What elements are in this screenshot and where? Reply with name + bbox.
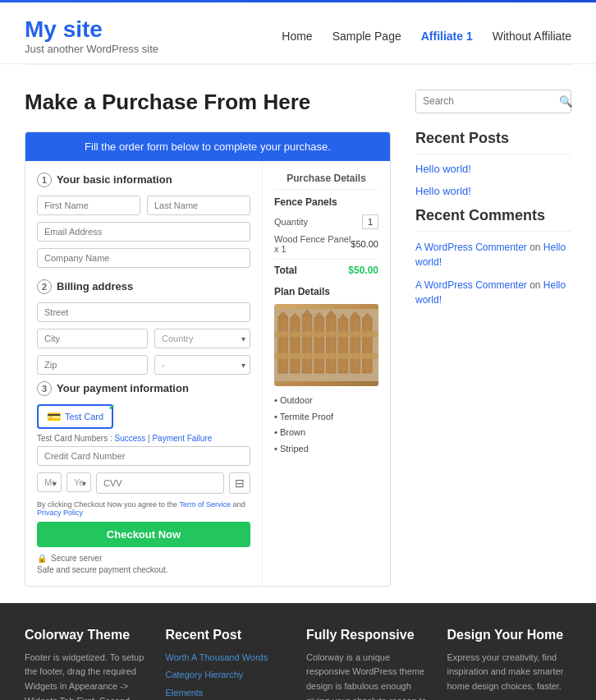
city-country-row: Country bbox=[37, 329, 250, 348]
test-card-info: Test Card Numbers : Success | Payment Fa… bbox=[37, 434, 250, 443]
item-price-row: Wood Fence Panel x 1 $50.00 bbox=[274, 234, 378, 254]
zip-extra-wrapper: - bbox=[154, 355, 250, 375]
svg-rect-1 bbox=[278, 317, 288, 373]
country-wrapper: Country bbox=[154, 329, 250, 348]
street-input[interactable] bbox=[37, 302, 250, 322]
nav-without-affiliate[interactable]: Without Affiliate bbox=[493, 30, 571, 43]
comment-on-1: on bbox=[530, 242, 543, 253]
section2-num: 2 bbox=[37, 279, 52, 294]
feature-1: Outdoor bbox=[274, 393, 378, 409]
fence-image bbox=[274, 304, 378, 386]
total-row: Total $50.00 bbox=[274, 259, 378, 276]
zip-row: - bbox=[37, 355, 250, 375]
plan-title: Plan Details bbox=[274, 286, 378, 297]
card-visual-icon: ⊟ bbox=[229, 472, 250, 494]
search-input[interactable] bbox=[416, 90, 552, 113]
cvv-input[interactable] bbox=[96, 472, 224, 494]
total-price: $50.00 bbox=[348, 265, 378, 276]
footer-col4-title: Design Your Home bbox=[447, 628, 572, 642]
svg-rect-5 bbox=[302, 315, 312, 373]
nav-sample-page[interactable]: Sample Page bbox=[332, 30, 401, 43]
city-input[interactable] bbox=[37, 329, 148, 348]
comment-1: A WordPress Commenter on Hello world! bbox=[415, 240, 571, 269]
section1-label: Your basic information bbox=[57, 173, 172, 186]
content-area: Make a Purchase From Here Fill the order… bbox=[25, 90, 391, 587]
comment-on-2: on bbox=[530, 279, 543, 291]
footer-post-3: Elements bbox=[166, 686, 291, 700]
success-link[interactable]: Success bbox=[114, 434, 145, 443]
footer-col2-title: Recent Post bbox=[166, 628, 291, 642]
comment-2: A WordPress Commenter on Hello world! bbox=[415, 278, 571, 307]
country-select[interactable]: Country bbox=[154, 329, 250, 348]
header: My site Just another WordPress site Home… bbox=[0, 2, 596, 64]
failure-link[interactable]: Payment Failure bbox=[152, 434, 212, 443]
comment-author-1[interactable]: A WordPress Commenter bbox=[415, 242, 527, 253]
quantity-row: Quantity 1 bbox=[274, 214, 378, 229]
footer-col3-title: Fully Responsive bbox=[306, 628, 431, 642]
comment-author-2[interactable]: A WordPress Commenter bbox=[415, 279, 527, 291]
privacy-link[interactable]: Privacy Policy bbox=[37, 509, 83, 517]
last-name-input[interactable] bbox=[147, 196, 250, 215]
site-title: My site bbox=[25, 17, 158, 43]
email-input[interactable] bbox=[37, 222, 250, 242]
post-link-1[interactable]: Hello world! bbox=[415, 163, 571, 175]
footer-col-2: Recent Post Worth A Thousand Words Categ… bbox=[166, 628, 291, 700]
card-icon: 💳 bbox=[47, 410, 61, 423]
cc-number-input[interactable] bbox=[37, 446, 250, 466]
lock-icon: 🔒 bbox=[37, 554, 47, 563]
footer-col-4: Design Your Home Express your creativity… bbox=[447, 628, 572, 700]
form-body: 1 Your basic information 2 Billing addre… bbox=[25, 161, 390, 586]
footer-col4-text: Express your creativity, find inspiratio… bbox=[447, 651, 572, 694]
year-wrapper: Year bbox=[66, 472, 91, 494]
site-branding: My site Just another WordPress site bbox=[25, 17, 158, 55]
site-tagline: Just another WordPress site bbox=[25, 43, 158, 55]
search-box: 🔍 bbox=[415, 90, 571, 113]
test-card-button[interactable]: 💳 Test Card ✔ bbox=[37, 404, 113, 429]
total-label: Total bbox=[274, 265, 297, 276]
section1-num: 1 bbox=[37, 173, 52, 187]
checkout-button[interactable]: Checkout Now bbox=[37, 522, 250, 547]
main-nav: Home Sample Page Affiliate 1 Without Aff… bbox=[282, 30, 571, 43]
section1-title: 1 Your basic information bbox=[37, 173, 250, 187]
footer-col-1: Colorway Theme Footer is widgetized. To … bbox=[25, 628, 149, 700]
page-title: Make a Purchase From Here bbox=[25, 90, 391, 115]
footer-col3-text: Colorway is a unique responsive WordPres… bbox=[306, 651, 431, 700]
form-left: 1 Your basic information 2 Billing addre… bbox=[25, 161, 263, 586]
tos-link[interactable]: Term of Service bbox=[179, 500, 231, 509]
footer-col1-text: Footer is widgetized. To setup the foote… bbox=[25, 651, 149, 700]
card-check-icon: ✔ bbox=[108, 403, 115, 412]
quantity-value: 1 bbox=[362, 214, 378, 229]
item-price: $50.00 bbox=[351, 239, 378, 249]
zip-input[interactable] bbox=[37, 355, 148, 375]
first-name-input[interactable] bbox=[37, 196, 140, 215]
nav-home[interactable]: Home bbox=[282, 30, 312, 43]
zip-extra-select[interactable]: - bbox=[154, 355, 250, 375]
svg-rect-17 bbox=[274, 331, 378, 337]
item-label: Wood Fence Panel x 1 bbox=[274, 234, 351, 254]
purchase-title: Purchase Details bbox=[274, 173, 378, 190]
month-select[interactable]: Month bbox=[37, 472, 62, 492]
footer-post-2: Category Hierarchy bbox=[166, 668, 291, 683]
section3-num: 3 bbox=[37, 381, 52, 396]
post-link-2[interactable]: Hello world! bbox=[415, 185, 571, 197]
footer-col-3: Fully Responsive Colorway is a unique re… bbox=[306, 628, 431, 700]
form-header: Fill the order form below to complete yo… bbox=[25, 132, 390, 161]
cvv-row: Month Year ⊟ bbox=[37, 472, 250, 494]
purchase-form-container: Fill the order form below to complete yo… bbox=[25, 131, 391, 587]
footer-col1-title: Colorway Theme bbox=[25, 628, 149, 642]
product-title: Fence Panels bbox=[274, 196, 378, 208]
company-input[interactable] bbox=[37, 248, 250, 268]
section2-label: Billing address bbox=[57, 280, 133, 292]
safe-text: Safe and secure payment checkout. bbox=[37, 565, 250, 574]
secure-label: Secure server bbox=[51, 554, 102, 563]
section3-title: 3 Your payment information bbox=[37, 381, 250, 396]
feature-2: Termite Proof bbox=[274, 409, 378, 426]
quantity-label: Quantity bbox=[274, 217, 308, 227]
sidebar: 🔍 Recent Posts Hello world! Hello world!… bbox=[415, 90, 571, 587]
fence-svg bbox=[274, 304, 378, 386]
year-select[interactable]: Year bbox=[66, 472, 91, 492]
name-row bbox=[37, 196, 250, 215]
svg-rect-3 bbox=[291, 319, 300, 373]
search-button[interactable]: 🔍 bbox=[552, 90, 580, 113]
nav-affiliate1[interactable]: Affiliate 1 bbox=[421, 30, 473, 43]
